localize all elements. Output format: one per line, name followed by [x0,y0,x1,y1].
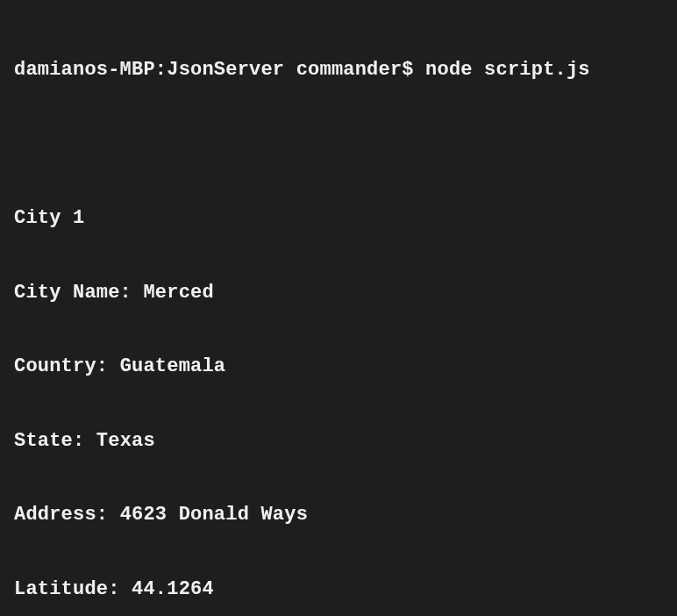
city-block-1: City 1 City Name: Merced Country: Guatem… [14,157,663,616]
prompt-symbol: $ [402,59,413,81]
latitude-row: Latitude: 44.1264 [14,577,663,602]
prompt-command: node script.js [425,59,590,81]
state-row: State: Texas [14,429,663,454]
country-row: Country: Guatemala [14,355,663,379]
address-row: Address: 4623 Donald Ways [14,503,663,527]
prompt-dir: JsonServer [167,59,284,81]
prompt-user: commander [296,59,403,81]
city-name-row: City Name: Merced [14,281,663,305]
prompt-host: damianos-MBP [14,59,155,81]
city-header: City 1 [14,206,663,231]
prompt-line-1: damianos-MBP:JsonServer commander$ node … [14,58,663,82]
terminal-output[interactable]: damianos-MBP:JsonServer commander$ node … [14,9,663,616]
